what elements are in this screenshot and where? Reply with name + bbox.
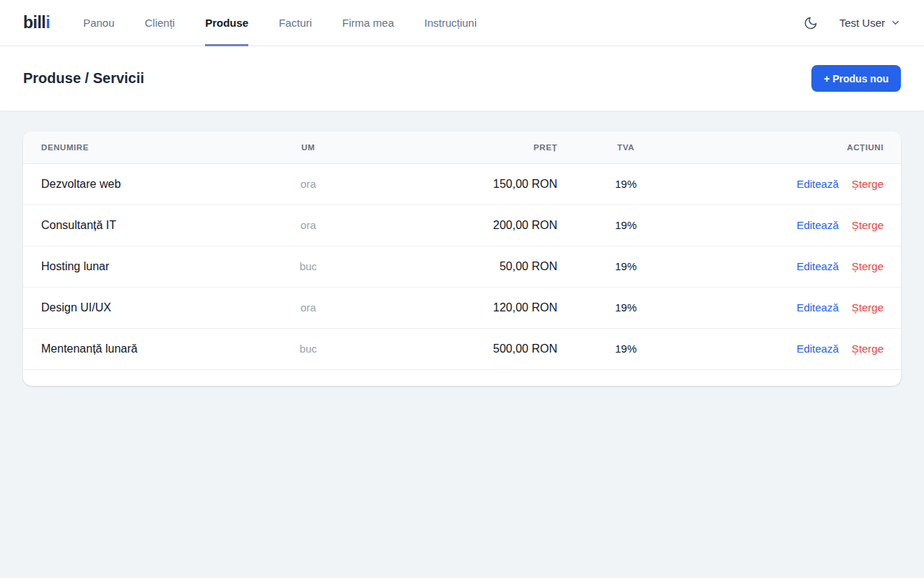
nav-item-panou[interactable]: Panou — [83, 0, 114, 46]
column-header-tva: TVA — [557, 131, 694, 163]
topbar-right: Test User — [798, 0, 901, 46]
product-name: Consultanță IT — [23, 204, 247, 246]
app-logo[interactable]: billi — [23, 0, 50, 46]
edit-link[interactable]: Editează — [796, 301, 838, 314]
product-name: Dezvoltare web — [23, 163, 247, 204]
product-vat: 19% — [557, 204, 694, 246]
product-vat: 19% — [557, 246, 694, 287]
product-unit: ora — [247, 204, 370, 246]
delete-link[interactable]: Șterge — [852, 219, 884, 231]
product-unit: ora — [247, 287, 370, 328]
new-product-button[interactable]: + Produs nou — [811, 65, 901, 92]
products-table-head: Denumire UM Preț TVA Acțiuni — [23, 131, 901, 163]
app-logo-accent: i — [45, 13, 50, 33]
edit-link[interactable]: Editează — [796, 342, 838, 355]
delete-link[interactable]: Șterge — [852, 342, 884, 355]
table-row: Dezvoltare web ora 150,00 RON 19% Editea… — [23, 163, 901, 204]
products-table: Denumire UM Preț TVA Acțiuni Dezvoltare … — [23, 131, 901, 386]
product-price: 200,00 RON — [370, 204, 557, 246]
nav-item-label: Instrucțiuni — [424, 17, 477, 29]
edit-link[interactable]: Editează — [796, 260, 838, 272]
nav-item-facturi[interactable]: Facturi — [279, 0, 312, 46]
app-logo-text: bill — [23, 13, 45, 33]
top-navbar: billi PanouCliențiProduseFacturiFirma me… — [0, 0, 924, 46]
main-nav: PanouCliențiProduseFacturiFirma meaInstr… — [83, 0, 476, 46]
moon-icon — [803, 16, 818, 30]
table-row: Design UI/UX ora 120,00 RON 19% Editează… — [23, 287, 901, 328]
nav-item-instructiuni[interactable]: Instrucțiuni — [424, 0, 477, 46]
table-footer-spacer — [23, 369, 901, 386]
table-row: Consultanță IT ora 200,00 RON 19% Editea… — [23, 204, 901, 246]
product-vat: 19% — [557, 163, 694, 204]
page-header: Produse / Servicii + Produs nou — [0, 46, 924, 111]
delete-link[interactable]: Șterge — [852, 301, 884, 314]
product-price: 500,00 RON — [370, 328, 557, 369]
column-header-actiuni: Acțiuni — [694, 131, 901, 163]
product-vat: 19% — [557, 287, 694, 328]
table-row: Mentenanță lunară buc 500,00 RON 19% Edi… — [23, 328, 901, 369]
user-menu[interactable]: Test User — [840, 17, 901, 29]
products-table-body: Dezvoltare web ora 150,00 RON 19% Editea… — [23, 163, 901, 369]
nav-item-clienti[interactable]: Clienți — [145, 0, 175, 46]
table-row: Hosting lunar buc 50,00 RON 19% Editează… — [23, 246, 901, 287]
product-price: 50,00 RON — [370, 246, 557, 287]
product-name: Design UI/UX — [23, 287, 247, 328]
product-unit: buc — [247, 328, 370, 369]
products-card: Denumire UM Preț TVA Acțiuni Dezvoltare … — [23, 131, 901, 386]
main-content: Denumire UM Preț TVA Acțiuni Dezvoltare … — [0, 111, 924, 407]
column-header-um: UM — [247, 131, 370, 163]
column-header-denumire: Denumire — [23, 131, 247, 163]
edit-link[interactable]: Editează — [796, 178, 838, 190]
nav-item-label: Produse — [205, 17, 248, 29]
product-price: 120,00 RON — [370, 287, 557, 328]
nav-item-firma-mea[interactable]: Firma mea — [342, 0, 394, 46]
product-unit: ora — [247, 163, 370, 204]
page-title: Produse / Servicii — [23, 70, 144, 87]
delete-link[interactable]: Șterge — [852, 260, 884, 272]
product-unit: buc — [247, 246, 370, 287]
product-name: Mentenanță lunară — [23, 328, 247, 369]
product-vat: 19% — [557, 328, 694, 369]
chevron-down-icon — [890, 17, 901, 28]
nav-item-label: Panou — [83, 17, 114, 29]
delete-link[interactable]: Șterge — [852, 178, 884, 190]
edit-link[interactable]: Editează — [796, 219, 838, 231]
nav-item-label: Facturi — [279, 17, 312, 29]
nav-item-label: Firma mea — [342, 17, 394, 29]
user-name: Test User — [840, 17, 885, 29]
product-name: Hosting lunar — [23, 246, 247, 287]
theme-toggle-button[interactable] — [798, 10, 824, 36]
product-price: 150,00 RON — [370, 163, 557, 204]
nav-item-produse[interactable]: Produse — [205, 0, 248, 46]
nav-item-label: Clienți — [145, 17, 175, 29]
column-header-pret: Preț — [370, 131, 557, 163]
